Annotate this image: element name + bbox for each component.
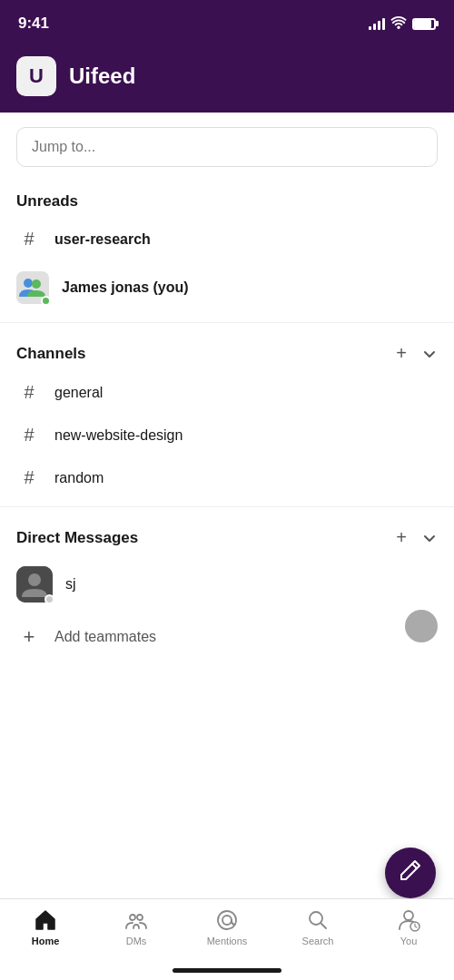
hash-icon-general: # [16,382,42,403]
james-avatar-container [16,271,49,304]
svg-point-5 [130,915,135,920]
divider-1 [0,322,454,323]
unread-channel-label: user-research [54,231,151,248]
nav-mentions[interactable]: Mentions [182,908,272,946]
channels-collapse-button[interactable] [421,346,438,362]
svg-point-2 [32,279,41,289]
home-indicator [173,968,281,973]
home-icon [34,908,57,932]
channel-new-website-design[interactable]: # new-website-design [0,414,454,456]
mentions-icon [215,908,239,932]
nav-search-label: Search [302,936,334,946]
nav-dms-label: DMs [126,936,147,946]
status-time: 9:41 [18,15,49,33]
unread-channel-user-research[interactable]: # user-research [0,218,454,260]
signal-icon [369,17,385,30]
app-header: U Uifeed [0,45,454,113]
app-title: Uifeed [69,64,135,89]
sj-status-dot [44,594,54,604]
divider-2 [0,506,454,507]
unreads-label: Unreads [0,181,454,218]
nav-home-label: Home [32,936,60,946]
svg-point-7 [222,916,232,925]
channel-random-label: random [54,470,104,486]
channels-add-button[interactable]: + [396,343,407,364]
channels-actions: + [396,343,438,364]
wifi-icon [390,16,407,32]
dm-section-header: Direct Messages + [0,514,454,555]
nav-home[interactable]: Home [0,908,91,946]
compose-icon [399,858,422,887]
james-label: James jonas (you) [62,279,189,296]
nav-dms[interactable]: DMs [91,908,182,946]
compose-fab[interactable] [385,848,436,898]
app-logo: U [16,56,56,96]
svg-point-4 [28,573,41,586]
channel-general-label: general [54,385,103,401]
dm-actions: + [396,527,438,548]
status-icons [369,16,436,32]
status-bar: 9:41 [0,0,454,45]
jump-search-input[interactable] [16,127,438,167]
nav-mentions-label: Mentions [207,936,248,946]
dm-label: Direct Messages [16,529,138,547]
dm-sj[interactable]: sj [0,555,454,613]
dm-add-button[interactable]: + [396,527,407,548]
nav-search[interactable]: Search [272,908,363,946]
channels-section-header: Channels + [0,330,454,371]
you-icon [397,908,420,932]
search-icon [306,908,330,932]
scroll-bubble [405,610,438,642]
add-teammates-label: Add teammates [54,629,156,645]
channels-label: Channels [16,345,86,363]
svg-point-10 [404,911,413,920]
jump-search-container [0,113,454,181]
add-teammates-icon: + [16,624,42,650]
hash-icon: # [16,229,42,250]
nav-you[interactable]: You [363,908,454,946]
sj-avatar-wrapper [16,566,53,603]
svg-point-6 [137,915,143,920]
status-dot-james [41,296,51,306]
svg-point-8 [218,911,236,929]
unread-user-james[interactable]: James jonas (you) [0,260,454,315]
svg-point-1 [24,279,33,288]
add-teammates-item[interactable]: + Add teammates [0,613,454,661]
dm-collapse-button[interactable] [421,530,438,546]
channel-new-website-label: new-website-design [54,427,183,444]
nav-you-label: You [400,936,418,946]
dms-icon [124,908,148,932]
battery-icon [412,18,436,30]
channel-general[interactable]: # general [0,371,454,414]
channel-random[interactable]: # random [0,456,454,499]
sj-label: sj [65,576,76,593]
hash-icon-random: # [16,467,42,488]
hash-icon-new-website: # [16,425,42,446]
